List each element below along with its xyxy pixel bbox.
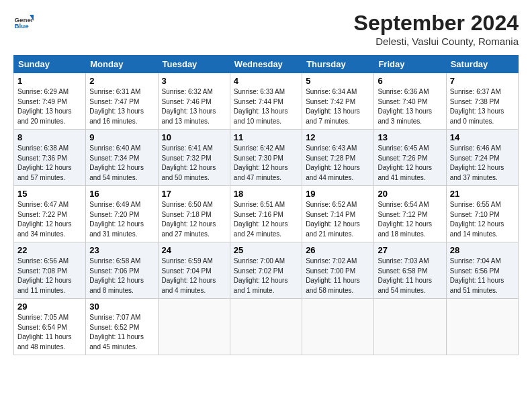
calendar-header-row: SundayMondayTuesdayWednesdayThursdayFrid… [14, 56, 519, 73]
calendar-week-row: 1Sunrise: 6:29 AMSunset: 7:49 PMDaylight… [14, 73, 519, 130]
calendar-week-row: 22Sunrise: 6:56 AMSunset: 7:08 PMDayligh… [14, 242, 519, 299]
logo-icon: General Blue [13, 11, 34, 31]
calendar-cell: 8Sunrise: 6:38 AMSunset: 7:36 PMDaylight… [14, 130, 86, 186]
calendar-cell: 16Sunrise: 6:49 AMSunset: 7:20 PMDayligh… [86, 186, 158, 242]
day-info: Sunrise: 6:46 AMSunset: 7:24 PMDaylight:… [450, 144, 515, 183]
day-number: 22 [17, 245, 82, 255]
calendar-header-wednesday: Wednesday [230, 56, 302, 73]
day-info: Sunrise: 6:55 AMSunset: 7:10 PMDaylight:… [450, 200, 515, 239]
day-number: 9 [89, 132, 154, 142]
calendar-cell: 3Sunrise: 6:32 AMSunset: 7:46 PMDaylight… [158, 73, 230, 130]
day-number: 24 [162, 245, 226, 255]
day-info: Sunrise: 6:33 AMSunset: 7:44 PMDaylight:… [234, 87, 298, 126]
calendar-header-sunday: Sunday [14, 56, 86, 73]
day-number: 27 [378, 245, 442, 255]
day-number: 16 [89, 189, 154, 199]
calendar-cell: 24Sunrise: 6:59 AMSunset: 7:04 PMDayligh… [158, 242, 230, 299]
calendar-cell: 27Sunrise: 7:03 AMSunset: 6:58 PMDayligh… [374, 242, 446, 299]
calendar-cell: 7Sunrise: 6:37 AMSunset: 7:38 PMDaylight… [446, 73, 518, 130]
day-info: Sunrise: 6:49 AMSunset: 7:20 PMDaylight:… [89, 200, 154, 239]
calendar-cell: 19Sunrise: 6:52 AMSunset: 7:14 PMDayligh… [302, 186, 374, 242]
day-info: Sunrise: 7:03 AMSunset: 6:58 PMDaylight:… [378, 257, 442, 295]
calendar-cell [374, 299, 446, 355]
calendar-cell: 20Sunrise: 6:54 AMSunset: 7:12 PMDayligh… [374, 186, 446, 242]
day-info: Sunrise: 7:05 AMSunset: 6:54 PMDaylight:… [17, 313, 82, 352]
calendar-cell: 22Sunrise: 6:56 AMSunset: 7:08 PMDayligh… [14, 242, 86, 299]
calendar-cell: 23Sunrise: 6:58 AMSunset: 7:06 PMDayligh… [86, 242, 158, 299]
calendar-cell: 4Sunrise: 6:33 AMSunset: 7:44 PMDaylight… [230, 73, 302, 130]
calendar-header-saturday: Saturday [446, 56, 518, 73]
calendar-cell: 21Sunrise: 6:55 AMSunset: 7:10 PMDayligh… [446, 186, 518, 242]
day-info: Sunrise: 6:41 AMSunset: 7:32 PMDaylight:… [162, 144, 226, 183]
calendar-cell: 29Sunrise: 7:05 AMSunset: 6:54 PMDayligh… [14, 299, 86, 355]
calendar-cell: 11Sunrise: 6:42 AMSunset: 7:30 PMDayligh… [230, 130, 302, 186]
day-info: Sunrise: 6:40 AMSunset: 7:34 PMDaylight:… [89, 144, 154, 183]
day-info: Sunrise: 6:34 AMSunset: 7:42 PMDaylight:… [306, 87, 370, 126]
day-info: Sunrise: 6:58 AMSunset: 7:06 PMDaylight:… [89, 257, 154, 295]
day-number: 14 [450, 132, 515, 142]
day-number: 30 [89, 302, 154, 312]
day-info: Sunrise: 6:51 AMSunset: 7:16 PMDaylight:… [234, 200, 298, 239]
header: General Blue September 2024 Delesti, Vas… [13, 11, 519, 47]
calendar-cell [230, 299, 302, 355]
day-info: Sunrise: 6:56 AMSunset: 7:08 PMDaylight:… [17, 257, 82, 295]
calendar-header-thursday: Thursday [302, 56, 374, 73]
calendar-header-monday: Monday [86, 56, 158, 73]
day-info: Sunrise: 7:07 AMSunset: 6:52 PMDaylight:… [89, 313, 154, 352]
calendar-page: General Blue September 2024 Delesti, Vas… [0, 0, 532, 411]
day-number: 10 [162, 132, 226, 142]
day-number: 20 [378, 189, 442, 199]
month-title: September 2024 [354, 11, 519, 36]
svg-text:Blue: Blue [15, 22, 30, 30]
calendar-cell: 30Sunrise: 7:07 AMSunset: 6:52 PMDayligh… [86, 299, 158, 355]
calendar-cell: 13Sunrise: 6:45 AMSunset: 7:26 PMDayligh… [374, 130, 446, 186]
calendar-cell: 5Sunrise: 6:34 AMSunset: 7:42 PMDaylight… [302, 73, 374, 130]
day-info: Sunrise: 7:04 AMSunset: 6:56 PMDaylight:… [450, 257, 515, 295]
calendar-cell: 28Sunrise: 7:04 AMSunset: 6:56 PMDayligh… [446, 242, 518, 299]
calendar-cell: 25Sunrise: 7:00 AMSunset: 7:02 PMDayligh… [230, 242, 302, 299]
day-info: Sunrise: 6:45 AMSunset: 7:26 PMDaylight:… [378, 144, 442, 183]
day-number: 21 [450, 189, 515, 199]
calendar-cell: 17Sunrise: 6:50 AMSunset: 7:18 PMDayligh… [158, 186, 230, 242]
day-number: 8 [17, 132, 82, 142]
calendar-cell: 1Sunrise: 6:29 AMSunset: 7:49 PMDaylight… [14, 73, 86, 130]
calendar-cell: 14Sunrise: 6:46 AMSunset: 7:24 PMDayligh… [446, 130, 518, 186]
day-number: 26 [306, 245, 370, 255]
day-info: Sunrise: 7:02 AMSunset: 7:00 PMDaylight:… [306, 257, 370, 295]
calendar-cell: 15Sunrise: 6:47 AMSunset: 7:22 PMDayligh… [14, 186, 86, 242]
day-number: 6 [378, 76, 442, 86]
calendar-cell: 2Sunrise: 6:31 AMSunset: 7:47 PMDaylight… [86, 73, 158, 130]
calendar-cell: 10Sunrise: 6:41 AMSunset: 7:32 PMDayligh… [158, 130, 230, 186]
calendar-cell [158, 299, 230, 355]
calendar-week-row: 15Sunrise: 6:47 AMSunset: 7:22 PMDayligh… [14, 186, 519, 242]
day-number: 12 [306, 132, 370, 142]
day-info: Sunrise: 6:50 AMSunset: 7:18 PMDaylight:… [162, 200, 226, 239]
calendar-header-friday: Friday [374, 56, 446, 73]
day-info: Sunrise: 6:31 AMSunset: 7:47 PMDaylight:… [89, 87, 154, 126]
day-info: Sunrise: 6:43 AMSunset: 7:28 PMDaylight:… [306, 144, 370, 183]
day-number: 1 [17, 76, 82, 86]
day-number: 18 [234, 189, 298, 199]
day-number: 2 [89, 76, 154, 86]
day-number: 17 [162, 189, 226, 199]
day-number: 25 [234, 245, 298, 255]
day-info: Sunrise: 6:32 AMSunset: 7:46 PMDaylight:… [162, 87, 226, 126]
calendar-cell: 26Sunrise: 7:02 AMSunset: 7:00 PMDayligh… [302, 242, 374, 299]
logo: General Blue [13, 11, 34, 31]
day-info: Sunrise: 6:54 AMSunset: 7:12 PMDaylight:… [378, 200, 442, 239]
calendar-table: SundayMondayTuesdayWednesdayThursdayFrid… [13, 55, 519, 355]
day-number: 23 [89, 245, 154, 255]
day-info: Sunrise: 6:29 AMSunset: 7:49 PMDaylight:… [17, 87, 82, 126]
day-number: 11 [234, 132, 298, 142]
calendar-cell [446, 299, 518, 355]
calendar-cell: 12Sunrise: 6:43 AMSunset: 7:28 PMDayligh… [302, 130, 374, 186]
day-number: 13 [378, 132, 442, 142]
day-number: 28 [450, 245, 515, 255]
title-area: September 2024 Delesti, Vaslui County, R… [354, 11, 519, 47]
day-info: Sunrise: 6:52 AMSunset: 7:14 PMDaylight:… [306, 200, 370, 239]
day-info: Sunrise: 6:59 AMSunset: 7:04 PMDaylight:… [162, 257, 226, 295]
day-number: 3 [162, 76, 226, 86]
day-number: 15 [17, 189, 82, 199]
calendar-cell: 9Sunrise: 6:40 AMSunset: 7:34 PMDaylight… [86, 130, 158, 186]
day-number: 4 [234, 76, 298, 86]
